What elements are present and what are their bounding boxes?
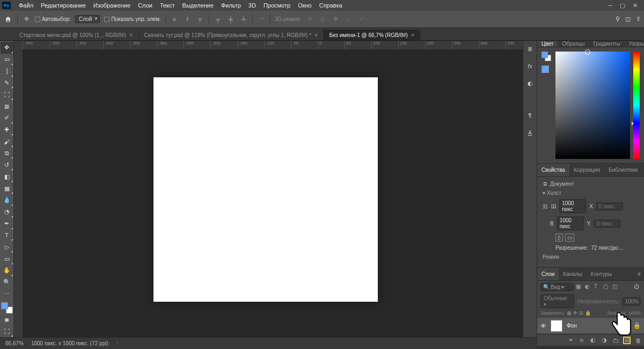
rectangle-tool[interactable]: ▭ [1, 253, 13, 265]
edit-toolbar[interactable]: ⋯ [1, 288, 13, 300]
tab-patterns[interactable]: Узоры [625, 41, 644, 47]
layer-mask-icon[interactable]: ◐ [589, 337, 597, 344]
width-field[interactable]: 1000 пикс [559, 199, 586, 213]
lock-pixels-icon[interactable]: ▦ [567, 310, 572, 316]
filter-shape-icon[interactable]: ▢ [603, 283, 610, 290]
marquee-tool[interactable]: ▭ [1, 54, 13, 66]
link-layers-icon[interactable]: ⚭ [567, 337, 574, 344]
paragraph-panel-icon[interactable]: ¶ [525, 111, 535, 120]
zoom-tool[interactable]: 🔍 [1, 277, 13, 288]
layer-name[interactable]: Фон [567, 323, 577, 329]
blend-mode-select[interactable]: Обычные ▾ [540, 294, 574, 308]
3d-orbit-icon[interactable]: ⟲ [305, 15, 314, 24]
new-layer-icon[interactable]: ⊞ [623, 337, 631, 344]
menu-layers[interactable]: Слои [134, 2, 156, 9]
menu-3d[interactable]: 3D [245, 2, 260, 9]
hand-tool[interactable]: ✋ [1, 265, 13, 277]
document-tab-3[interactable]: Без имени-1 @ 66,7% (RGB/8#)× [324, 30, 420, 40]
lock-artboard-icon[interactable]: ⊞ [579, 310, 583, 316]
menu-view[interactable]: Просмотр [260, 2, 294, 9]
color-fg-bg-swatch[interactable] [541, 52, 551, 61]
align-middle-icon[interactable]: ╪ [226, 15, 235, 24]
align-top-icon[interactable]: ╤ [214, 15, 222, 24]
lasso-tool[interactable]: ⟆ [1, 66, 13, 77]
frame-tool[interactable]: ⊠ [1, 100, 13, 112]
delete-layer-icon[interactable]: 🗑 [634, 337, 642, 344]
filter-pixel-icon[interactable]: ▦ [576, 283, 583, 290]
pen-tool[interactable]: ✒ [1, 218, 13, 230]
clone-tool[interactable]: ⧉ [1, 148, 13, 159]
fx-panel-icon[interactable]: fx [525, 61, 535, 71]
properties-canvas-heading[interactable]: ▾ Холст [543, 190, 639, 196]
zoom-level[interactable]: 66,67% [5, 340, 24, 346]
tab-color[interactable]: Цвет [537, 41, 558, 47]
path-select-tool[interactable]: ▷ [1, 241, 13, 253]
distribute-icon[interactable]: ⋯ [257, 15, 266, 24]
3d-slide-icon[interactable]: ↔ [344, 15, 353, 24]
document-dimensions[interactable]: 1000 пикс. x 1000 пикс. (72 ppi) [31, 340, 108, 346]
healing-tool[interactable]: ✚ [1, 124, 13, 136]
ruler-origin[interactable] [14, 41, 23, 49]
document-tab-1[interactable]: Стартовое меню.psd @ 100% (1.., RGB/8#)× [14, 30, 139, 40]
minimize-icon[interactable]: ─ [608, 2, 612, 9]
color-field[interactable] [555, 52, 630, 159]
close-icon[interactable]: ✕ [633, 2, 638, 9]
canvas-area[interactable]: -550-500-450-400-350-300-250-200-150-100… [14, 41, 523, 337]
3d-pan-icon[interactable]: ✥ [331, 15, 340, 24]
document-tab-2[interactable]: Скачать тут.psd @ 118% (Прямоугольник, с… [139, 30, 324, 40]
menu-help[interactable]: Справка [316, 2, 346, 9]
eraser-tool[interactable]: ◧ [1, 171, 13, 183]
home-icon[interactable] [3, 14, 13, 24]
layer-filter-select[interactable]: 🔍 Вид ▾ [540, 283, 574, 291]
color-swatches[interactable] [1, 302, 13, 314]
group-icon[interactable]: 🗀 [612, 337, 619, 344]
close-tab-icon[interactable]: × [314, 32, 318, 38]
history-brush-tool[interactable]: ↺ [1, 159, 13, 171]
align-left-icon[interactable]: ≡ [170, 15, 179, 24]
3d-roll-icon[interactable]: ◎ [318, 15, 327, 24]
lock-position-icon[interactable]: ✥ [573, 310, 577, 316]
tab-channels[interactable]: Каналы [559, 268, 587, 280]
menu-window[interactable]: Окно [294, 2, 316, 9]
filter-adjust-icon[interactable]: ◐ [585, 283, 592, 290]
blur-tool[interactable]: 💧 [1, 194, 13, 206]
quick-select-tool[interactable]: ✎ [1, 77, 13, 89]
filter-type-icon[interactable]: T [594, 283, 601, 290]
close-tab-icon[interactable]: × [129, 32, 133, 38]
menu-select[interactable]: Выделение [179, 2, 217, 9]
menu-edit[interactable]: Редактирование [37, 2, 90, 9]
move-tool[interactable]: ✥ [1, 42, 13, 54]
hue-slider[interactable] [633, 52, 640, 159]
panel-menu-icon[interactable]: ≡ [634, 271, 644, 277]
eyedropper-tool[interactable]: ✐ [1, 112, 13, 124]
screen-mode-tool[interactable]: ⛶ [1, 325, 13, 337]
crop-tool[interactable]: ⛶ [1, 89, 13, 100]
workspace-icon[interactable]: ◫ [625, 16, 631, 23]
canvas[interactable] [153, 77, 378, 302]
close-tab-icon[interactable]: × [411, 32, 414, 38]
history-panel-icon[interactable]: ≣ [525, 44, 535, 54]
lock-all-icon[interactable]: 🔒 [585, 310, 591, 316]
adjustments-panel-icon[interactable]: ◐ [525, 78, 535, 88]
quick-mask-tool[interactable]: ◙ [1, 314, 13, 325]
opacity-field[interactable]: 100% [623, 297, 641, 306]
align-bottom-icon[interactable]: ╧ [239, 15, 248, 24]
search-icon[interactable]: ⚲ [616, 16, 620, 23]
filter-toggle-icon[interactable]: ⏻ [634, 283, 641, 290]
layer-thumbnail[interactable] [551, 320, 562, 332]
visibility-icon[interactable]: 👁 [540, 323, 546, 329]
align-right-icon[interactable]: ≡ [196, 15, 204, 24]
gradient-tool[interactable]: ▦ [1, 183, 13, 194]
fill-field[interactable]: 100% [628, 310, 641, 316]
align-center-icon[interactable]: ⫴ [183, 15, 192, 24]
layer-fx-icon[interactable]: fx [578, 337, 586, 344]
tab-adjustments[interactable]: Коррекция [569, 164, 604, 176]
tab-libraries[interactable]: Библиотеки [604, 164, 642, 176]
tab-layers[interactable]: Слои [537, 268, 559, 280]
autoselect-checkbox[interactable]: Автовыбор: [35, 16, 71, 22]
brush-tool[interactable]: 🖌 [1, 136, 13, 148]
layer-row[interactable]: 👁 Фон 🔒 [537, 318, 644, 334]
autoselect-target-select[interactable]: Слой▾ [75, 15, 100, 23]
tab-paths[interactable]: Контуры [587, 268, 616, 280]
menu-filter[interactable]: Фильтр [217, 2, 245, 9]
